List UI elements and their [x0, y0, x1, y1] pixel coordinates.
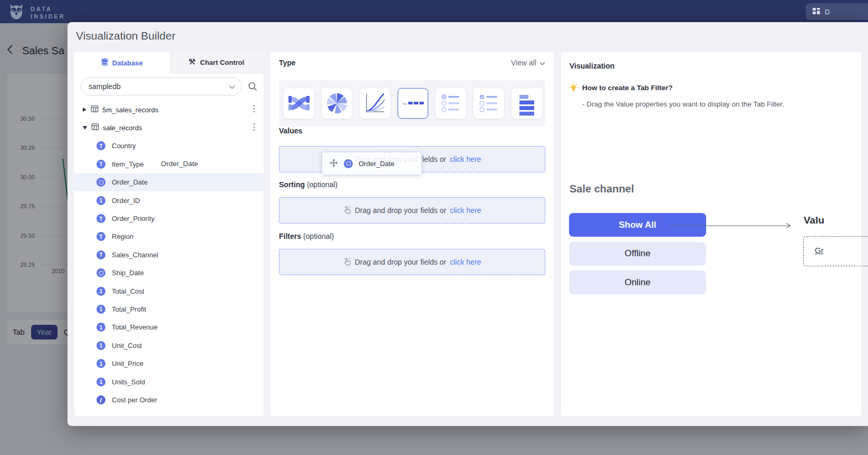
field-name: Country [112, 142, 136, 150]
datasource-input[interactable] [81, 82, 218, 91]
field-row-Sales_Channel[interactable]: TSales_Channel [74, 246, 264, 264]
tip-title: How to create a Tab Filter? [582, 84, 673, 92]
dashboard-button[interactable]: D [806, 3, 868, 20]
click-here-link[interactable]: click here [450, 206, 481, 215]
field-name: Item_Type [112, 160, 144, 168]
table-icon [91, 105, 99, 115]
dashboard-icon [812, 7, 821, 17]
filters-label: Filters (optional) [279, 232, 334, 240]
field-name: Unit_Cost [112, 342, 142, 350]
chart-type-radio-list-icon[interactable] [436, 88, 466, 119]
chart-type-table-icon[interactable] [512, 88, 542, 119]
database-icon [101, 58, 109, 67]
chart-type-pie-icon[interactable] [322, 88, 352, 119]
field-name: Order_Date [112, 178, 148, 186]
database-tree: 5m_sales_recordssale_recordsTCountryTIte… [74, 101, 264, 409]
preview-button-online[interactable]: Online [569, 270, 706, 294]
number-field-icon: 1 [97, 305, 105, 314]
field-row-Units_Sold[interactable]: 1Units_Sold [74, 373, 264, 391]
values-label: Values [279, 127, 302, 135]
drag-chip-label: Order_Date [359, 160, 394, 168]
brand-line2: INSIDER [31, 13, 65, 20]
database-panel: Database Chart Control 5m_sales_records [74, 52, 264, 416]
field-row-Cost-per-Order[interactable]: ƒCost per Order [74, 391, 264, 409]
number-field-icon: 1 [97, 377, 105, 386]
sorting-dropzone[interactable]: Drag and drop your fields or click here [279, 197, 545, 224]
kebab-menu-icon[interactable] [253, 104, 255, 115]
click-here-link[interactable]: click here [450, 258, 481, 266]
caret-right-icon[interactable] [83, 108, 86, 112]
values-dropzone[interactable]: Drag and drop your fields or click here … [279, 146, 545, 172]
field-name: Units_Sold [112, 378, 145, 386]
preview-button-offline[interactable]: Offline [569, 242, 706, 266]
filters-dropzone[interactable]: Drag and drop your fields or click here [279, 249, 545, 275]
tools-icon [188, 58, 196, 67]
field-row-Total_Revenue[interactable]: 1Total_Revenue [74, 318, 264, 336]
caret-down-icon[interactable] [83, 126, 87, 130]
field-name: Region [112, 233, 133, 240]
visualization-header: Visualization [570, 62, 614, 70]
search-icon[interactable] [247, 81, 258, 94]
date-field-icon [97, 178, 105, 187]
table-name: 5m_sales_records [102, 106, 158, 114]
field-name: Cost per Order [112, 396, 157, 404]
function-field-icon: ƒ [97, 395, 105, 404]
chart-type-line-chart-icon[interactable] [360, 88, 390, 119]
datasource-select[interactable] [81, 78, 242, 95]
field-row-Order_ID[interactable]: 1Order_ID [74, 191, 264, 209]
annotation-group-box: Gr [803, 236, 868, 266]
annotation-arrow [669, 222, 797, 229]
top-bar: DATA INSIDER D [0, 0, 868, 23]
table-row-5m_sales_records[interactable]: 5m_sales_records [74, 101, 264, 119]
field-row-Country[interactable]: TCountry [74, 137, 264, 155]
tab-database-label: Database [112, 59, 143, 67]
number-field-icon: 1 [97, 196, 105, 205]
number-field-icon: 1 [97, 323, 105, 332]
field-row-Region[interactable]: TRegion [74, 228, 264, 246]
field-row-Order_Priority[interactable]: TOrder_Priority [74, 209, 264, 227]
tab-chart-control-label: Chart Control [200, 59, 244, 66]
chart-type-sankey-icon[interactable] [284, 88, 314, 119]
tab-database[interactable]: Database [74, 52, 169, 73]
brand-line1: DATA [31, 5, 65, 13]
field-row-Ship_Date[interactable]: Ship_Date [74, 264, 264, 282]
field-name: Total_Revenue [112, 323, 158, 331]
kebab-menu-icon[interactable] [253, 123, 255, 133]
table-row-sale_records[interactable]: sale_records [74, 119, 264, 137]
field-name: Sales_Channel [112, 251, 158, 259]
field-row-Unit_Price[interactable]: 1Unit_Price [74, 354, 264, 372]
visualization-builder-modal: Visualization Builder Database [67, 22, 868, 426]
annotation-group-link[interactable]: Gr [815, 246, 824, 255]
field-name: Order_ID [112, 197, 140, 205]
chevron-down-icon [229, 82, 235, 91]
tab-chart-control[interactable]: Chart Control [169, 52, 264, 73]
field-name: Total_Profit [112, 305, 146, 313]
owl-logo-icon [7, 3, 25, 23]
chart-type-strip: Tab [279, 80, 545, 127]
chart-type-tab-filter-icon[interactable]: Tab [398, 88, 428, 119]
dropzone-text: Drag and drop your fields or [355, 206, 447, 215]
date-field-icon [344, 159, 353, 168]
field-row-Total_Profit[interactable]: 1Total_Profit [74, 300, 264, 318]
chevron-down-icon [539, 59, 545, 67]
lightbulb-icon [568, 82, 578, 94]
number-field-icon: 1 [97, 341, 105, 350]
view-all-dropdown[interactable]: View all [511, 59, 545, 67]
dropzone-text: Drag and drop your fields or [355, 258, 447, 266]
date-field-icon [97, 268, 105, 277]
builder-panel: Type View all Tab Values Drag and drop y… [271, 52, 554, 416]
drag-hand-icon [343, 206, 351, 216]
annotation-value-label: Valu [804, 215, 824, 226]
text-field-icon: T [97, 214, 105, 223]
dragged-field-chip[interactable]: Order_Date [322, 152, 422, 175]
visualization-panel: Visualization How to create a Tab Filter… [561, 52, 861, 416]
chart-type-checkbox-list-icon[interactable] [474, 88, 504, 119]
tip-body: - Drag the Value properties you want to … [582, 100, 784, 108]
field-row-Unit_Cost[interactable]: 1Unit_Cost [74, 336, 264, 354]
field-row-Total_Cost[interactable]: 1Total_Cost [74, 282, 264, 300]
svg-text:Tab: Tab [402, 102, 408, 105]
field-row-Order_Date[interactable]: Order_Date [74, 173, 264, 191]
click-here-link[interactable]: click here [450, 155, 481, 163]
field-name: Total_Cost [112, 287, 144, 295]
brand-logo: DATA INSIDER [7, 3, 65, 23]
